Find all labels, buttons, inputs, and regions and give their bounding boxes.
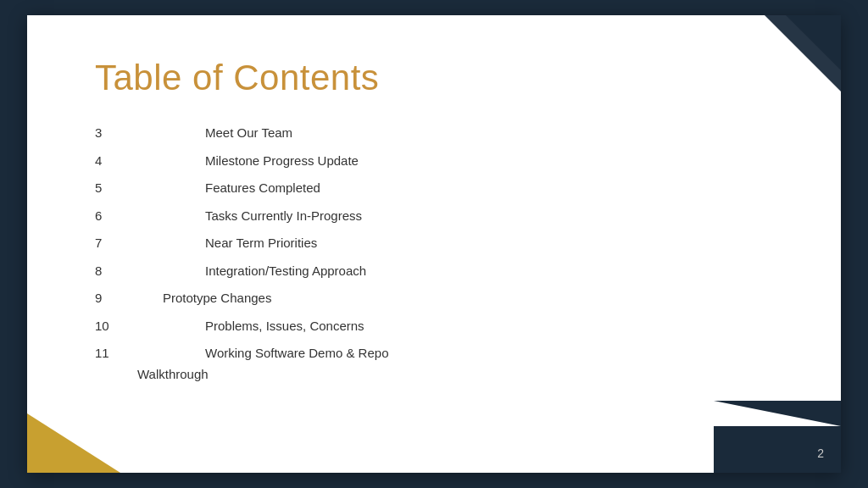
list-item: 7Near Term Priorities bbox=[95, 234, 773, 253]
toc-item-number: 11 bbox=[95, 344, 137, 363]
toc-item-label: Working Software Demo & Repo bbox=[205, 344, 388, 363]
toc-item-label: Meet Our Team bbox=[205, 124, 292, 143]
list-item: 8Integration/Testing Approach bbox=[95, 262, 773, 281]
page-number: 2 bbox=[817, 446, 824, 460]
toc-item-number: 10 bbox=[95, 317, 137, 336]
list-item: 4Milestone Progress Update bbox=[95, 152, 773, 171]
toc-item-label: Near Term Priorities bbox=[205, 234, 317, 253]
list-item: 3Meet Our Team bbox=[95, 124, 773, 143]
toc-item-label: Tasks Currently In-Progress bbox=[205, 207, 362, 226]
toc-item-number: 8 bbox=[95, 262, 137, 281]
toc-item-number: 7 bbox=[95, 234, 137, 253]
corner-accent-bottom-left bbox=[27, 413, 120, 473]
list-item: 10Problems, Issues, Concerns bbox=[95, 317, 773, 336]
toc-item: Walkthrough bbox=[137, 365, 773, 385]
toc-item-label: Milestone Progress Update bbox=[205, 152, 359, 171]
toc-item-number: 3 bbox=[95, 124, 137, 143]
toc-item-number: 4 bbox=[95, 152, 137, 171]
toc-item-continuation-text: Walkthrough bbox=[137, 365, 209, 385]
toc-item-number: 5 bbox=[95, 179, 137, 198]
toc-item-label: Problems, Issues, Concerns bbox=[205, 317, 364, 336]
slide-title: Table of Contents bbox=[95, 58, 773, 98]
list-item: 6Tasks Currently In-Progress bbox=[95, 207, 773, 226]
list-item: 5Features Completed bbox=[95, 179, 773, 198]
toc-item-number: 6 bbox=[95, 207, 137, 226]
toc-item-label: Integration/Testing Approach bbox=[205, 262, 366, 281]
list-item: 9Prototype Changes bbox=[95, 289, 773, 308]
slide: Table of Contents 3Meet Our Team4Milesto… bbox=[27, 15, 841, 473]
corner-accent-bottom-right-slope bbox=[714, 401, 841, 426]
toc-item-label: Features Completed bbox=[205, 179, 320, 198]
toc-list: 3Meet Our Team4Milestone Progress Update… bbox=[95, 124, 773, 384]
toc-item-label: Prototype Changes bbox=[163, 289, 271, 308]
corner-accent-top-right-inner bbox=[786, 15, 841, 70]
toc-item-number: 9 bbox=[95, 289, 137, 308]
list-item: 11Working Software Demo & Repo bbox=[95, 344, 773, 363]
